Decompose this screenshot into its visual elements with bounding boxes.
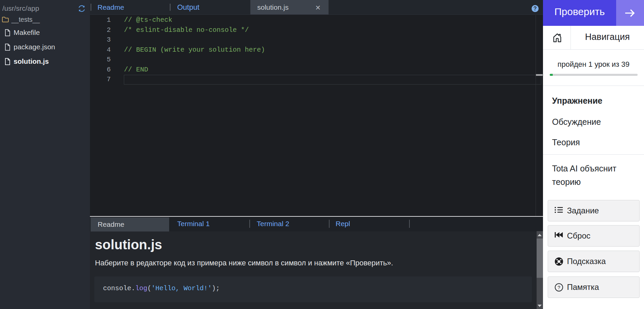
svg-text:?: ? (557, 285, 560, 290)
